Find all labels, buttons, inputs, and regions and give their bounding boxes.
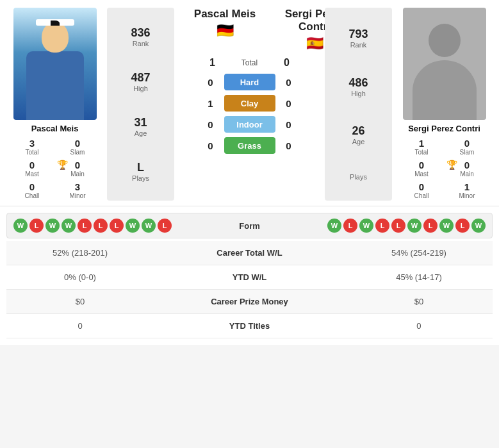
right-player-stats: 1 Total 0 Slam 0 Mast 🏆 0 Main 0 <box>400 137 489 201</box>
form-badge-w: W <box>327 219 341 233</box>
left-form-badges: WLWWLLLWWL <box>13 219 218 233</box>
hard-score-left: 0 <box>204 77 218 88</box>
left-top-name-block: Pascal Meis 🇩🇪 <box>180 8 270 39</box>
right-slam-cell: 0 Slam <box>445 137 489 157</box>
indoor-row: 0 Indoor 0 <box>204 116 296 133</box>
right-player-section: Sergi Perez Contri 1 Total 0 Slam 0 Mast… <box>395 8 494 201</box>
right-mast-label: Mast <box>401 170 443 178</box>
left-plays-value: L <box>132 161 149 174</box>
trophy-icon-left: 🏆 <box>57 160 68 170</box>
ytd-wl-row: 0% (0-0) YTD W/L 45% (14-17) <box>6 265 493 290</box>
right-rank-item: 793 Rank <box>348 28 368 49</box>
left-slam-value: 0 <box>57 138 99 149</box>
form-badge-w: W <box>359 219 373 233</box>
right-rank-value: 793 <box>348 28 368 41</box>
left-rank-item: 836 Rank <box>131 26 150 47</box>
form-badge-l: L <box>29 219 44 233</box>
hard-badge: Hard <box>224 74 275 90</box>
grass-score-right: 0 <box>282 140 296 151</box>
prize-left: $0 <box>6 290 154 314</box>
form-badge-l: L <box>423 219 438 233</box>
left-mast-value: 0 <box>12 160 53 170</box>
left-mast-cell: 0 Mast <box>10 158 54 179</box>
left-plays-label: Plays <box>132 174 149 182</box>
left-player-section: Pascal Meis 3 Total 0 Slam 0 Mast 🏆 0 <box>5 8 104 201</box>
clay-score-left: 1 <box>204 98 218 109</box>
left-minor-cell: 3 Minor <box>56 180 100 201</box>
right-player-photo <box>403 8 486 120</box>
center-section: Pascal Meis 🇩🇪 Sergi Perez Contri 🇪🇸 1 T… <box>177 8 322 201</box>
right-form-badges: WLWLLWLWLW <box>282 219 486 233</box>
trophy-icon-right: 🏆 <box>446 160 457 170</box>
titles-right: 0 <box>345 314 493 338</box>
form-badge-l: L <box>343 219 357 233</box>
left-flag: 🇩🇪 <box>180 22 270 39</box>
right-slam-value: 0 <box>446 138 488 149</box>
left-chall-label: Chall <box>12 192 53 199</box>
left-age-item: 31 Age <box>134 116 147 137</box>
form-badge-l: L <box>391 219 405 233</box>
right-main-cell: 🏆 0 Main <box>445 158 489 179</box>
indoor-badge: Indoor <box>224 116 275 133</box>
total-score-row: 1 Total 0 <box>206 57 294 69</box>
right-player-name: Sergi Perez Contri <box>408 124 480 133</box>
career-wl-label: Career Total W/L <box>154 241 345 265</box>
indoor-score-right: 0 <box>282 119 296 130</box>
right-age-value: 26 <box>352 124 364 138</box>
stats-table: 52% (218-201) Career Total W/L 54% (254-… <box>6 241 493 338</box>
left-total-value: 3 <box>12 138 53 149</box>
career-wl-row: 52% (218-201) Career Total W/L 54% (254-… <box>6 241 493 265</box>
form-badge-w: W <box>45 219 60 233</box>
form-badge-w: W <box>13 219 28 233</box>
form-badge-l: L <box>78 219 92 233</box>
right-age-label: Age <box>352 138 364 145</box>
left-rank-label: Rank <box>131 40 150 47</box>
prize-right: $0 <box>345 290 493 314</box>
grass-badge: Grass <box>224 137 275 154</box>
right-mast-value: 0 <box>401 160 443 170</box>
left-player-photo <box>13 8 97 120</box>
total-score-right: 0 <box>280 57 294 69</box>
right-chall-cell: 0 Chall <box>400 180 444 201</box>
left-age-value: 31 <box>134 116 147 129</box>
form-badge-w: W <box>439 219 454 233</box>
right-plays-label: Plays <box>350 173 367 181</box>
form-badge-w: W <box>61 219 76 233</box>
form-center-label: Form <box>218 221 282 231</box>
grass-row: 0 Grass 0 <box>204 137 296 154</box>
form-badge-l: L <box>158 219 172 233</box>
right-high-label: High <box>348 90 368 97</box>
left-main-cell: 🏆 0 Main <box>56 158 100 179</box>
right-minor-value: 1 <box>446 181 488 192</box>
left-rank-value: 836 <box>131 26 150 40</box>
total-score-left: 1 <box>206 57 220 69</box>
left-slam-label: Slam <box>57 149 99 156</box>
clay-score-right: 0 <box>282 98 296 109</box>
left-minor-label: Minor <box>57 192 99 199</box>
right-chall-value: 0 <box>401 181 443 192</box>
form-badge-w: W <box>142 219 156 233</box>
hard-score-right: 0 <box>282 77 296 88</box>
grass-score-left: 0 <box>204 140 218 151</box>
career-wl-left: 52% (218-201) <box>6 241 154 265</box>
form-badge-w: W <box>126 219 140 233</box>
indoor-score-left: 0 <box>204 119 218 130</box>
left-high-item: 487 High <box>131 71 150 92</box>
right-total-cell: 1 Total <box>400 137 444 157</box>
right-main-label: Main <box>446 170 488 178</box>
titles-label: YTD Titles <box>154 314 345 338</box>
hard-row: 0 Hard 0 <box>204 74 296 90</box>
form-badge-l: L <box>94 219 108 233</box>
form-badge-l: L <box>110 219 124 233</box>
right-total-label: Total <box>401 149 443 156</box>
left-main-label: Main <box>57 170 99 178</box>
right-minor-label: Minor <box>446 192 488 199</box>
left-chall-value: 0 <box>12 181 53 192</box>
titles-row: 0 YTD Titles 0 <box>6 314 493 338</box>
right-total-value: 1 <box>401 138 443 149</box>
right-plays-item: Plays <box>350 173 367 181</box>
left-chall-cell: 0 Chall <box>10 180 54 201</box>
left-high-value: 487 <box>131 71 150 85</box>
left-info-box: 836 Rank 487 High 31 Age L Plays <box>107 8 174 201</box>
surface-rows: 0 Hard 0 1 Clay 0 0 <box>204 74 296 154</box>
